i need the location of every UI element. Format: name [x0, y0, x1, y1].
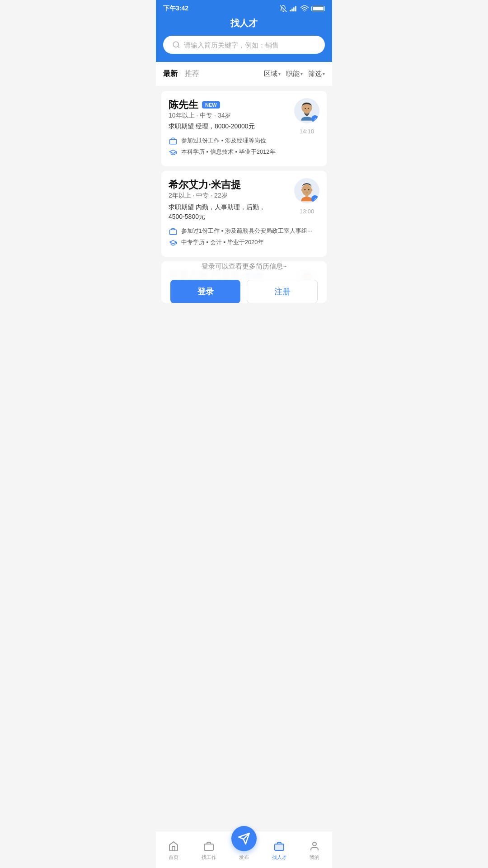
new-badge-1: NEW	[202, 101, 220, 108]
signal-icon	[290, 5, 298, 12]
publish-button[interactable]	[231, 826, 257, 851]
tab-recommended[interactable]: 推荐	[185, 67, 206, 80]
search-input[interactable]	[184, 41, 316, 49]
filter-region[interactable]: 区域 ▾	[264, 70, 281, 78]
status-icons	[280, 5, 325, 12]
svg-point-15	[302, 184, 312, 196]
chevron-down-icon: ▾	[300, 71, 303, 76]
register-button[interactable]: 注册	[247, 280, 318, 303]
candidate-meta-2: 2年以上 · 中专 · 22岁	[169, 192, 277, 200]
battery-fill	[313, 7, 324, 10]
male-icon-2: ♂	[311, 195, 319, 203]
candidate-name-1: 陈先生	[169, 98, 198, 112]
overlay-buttons: 登录 注册	[170, 280, 318, 303]
battery-indicator	[311, 6, 325, 11]
svg-point-9	[303, 105, 311, 114]
male-icon-1: ♂	[311, 115, 319, 123]
svg-point-30	[313, 842, 316, 846]
overlay-subtitle: 登录可以查看更多简历信息~	[202, 262, 287, 271]
graduation-icon-1	[169, 148, 178, 157]
candidate-card-3: 阿曼古丽·阿吾提 NEW 1年以上 · 中专 · 25岁	[161, 261, 327, 303]
work-detail-2: 参加过1份工作 ▪ 涉及疏勒县公安局政工室人事组···	[169, 227, 319, 236]
candidate-name-2: 希尔艾力·米吉提	[169, 178, 241, 192]
page-title: 找人才	[163, 17, 325, 29]
header: 找人才	[156, 15, 332, 62]
nav-profile-label: 我的	[310, 854, 319, 861]
home-icon	[168, 840, 179, 852]
nav-home-label: 首页	[169, 854, 178, 861]
svg-point-20	[311, 189, 312, 191]
briefcase-nav-icon	[203, 840, 215, 852]
work-detail-1: 参加过1份工作 ▪ 涉及经理等岗位	[169, 137, 319, 146]
nav-publish[interactable]: 发布	[226, 835, 262, 861]
svg-rect-2	[291, 9, 293, 11]
login-overlay: 注册企业会员，海量简历任你选 登录可以查看更多简历信息~ 登录 注册 客服服务热…	[161, 261, 327, 303]
graduation-icon-2	[169, 238, 178, 247]
svg-rect-29	[275, 844, 284, 850]
cards-container: 陈先生 NEW 10年以上 · 中专 · 34岁 求职期望 经理，8000-20…	[156, 86, 332, 307]
nav-find-talent-label: 找人才	[272, 854, 287, 861]
status-time: 下午3:42	[163, 5, 188, 13]
candidate-expect-2: 求职期望 内勤，人事助理，后勤，4500-5800元	[169, 203, 277, 222]
svg-rect-13	[170, 139, 177, 144]
svg-point-18	[306, 191, 308, 192]
candidate-meta-1: 10年以上 · 中专 · 34岁	[169, 112, 255, 120]
wifi-icon	[300, 5, 309, 12]
filter-right: 区域 ▾ 职能 ▾ 筛选 ▾	[264, 70, 325, 78]
user-icon	[309, 840, 320, 852]
candidate-time-2: 13:00	[300, 208, 314, 215]
briefcase-icon-1	[169, 137, 178, 146]
svg-rect-4	[295, 6, 296, 12]
svg-point-11	[308, 108, 309, 109]
filter-screen[interactable]: 筛选 ▾	[308, 70, 325, 78]
filter-function[interactable]: 职能 ▾	[286, 70, 303, 78]
nav-home[interactable]: 首页	[156, 840, 191, 861]
edu-detail-1: 本科学历 ▪ 信息技术 ▪ 毕业于2012年	[169, 148, 319, 157]
briefcase-icon-2	[169, 227, 178, 236]
candidate-card-1[interactable]: 陈先生 NEW 10年以上 · 中专 · 34岁 求职期望 经理，8000-20…	[161, 91, 327, 166]
svg-rect-26	[204, 844, 213, 850]
candidate-time-1: 14:10	[300, 128, 314, 135]
bell-muted-icon	[280, 5, 287, 12]
candidate-expect-1: 求职期望 经理，8000-20000元	[169, 123, 255, 131]
svg-rect-21	[170, 230, 177, 235]
candidate-card-2[interactable]: 希尔艾力·米吉提 2年以上 · 中专 · 22岁 求职期望 内勤，人事助理，后勤…	[161, 171, 327, 257]
nav-publish-label: 发布	[239, 854, 249, 861]
svg-point-12	[306, 110, 308, 111]
nav-find-job-label: 找工作	[202, 854, 216, 861]
nav-find-job[interactable]: 找工作	[191, 840, 226, 861]
svg-line-0	[280, 5, 287, 12]
svg-point-16	[304, 189, 305, 190]
candidate-avatar-2: ♂	[294, 178, 319, 203]
candidate-avatar-1: ♂	[294, 98, 319, 123]
filter-tabs: 最新 推荐 区域 ▾ 职能 ▾ 筛选 ▾	[156, 62, 332, 86]
chevron-down-icon: ▾	[323, 71, 325, 76]
chevron-down-icon: ▾	[278, 71, 281, 76]
svg-point-6	[173, 42, 178, 47]
edu-detail-2: 中专学历 ▪ 会计 ▪ 毕业于2020年	[169, 238, 319, 247]
talent-briefcase-icon	[273, 840, 285, 852]
svg-point-5	[304, 11, 305, 12]
svg-rect-3	[293, 7, 295, 11]
search-bar[interactable]	[163, 36, 325, 54]
status-bar: 下午3:42	[156, 0, 332, 15]
svg-rect-1	[290, 10, 291, 12]
svg-point-19	[301, 189, 303, 191]
tab-latest[interactable]: 最新	[163, 67, 185, 80]
svg-point-10	[305, 108, 306, 109]
search-icon	[172, 41, 180, 49]
nav-find-talent[interactable]: 找人才	[262, 840, 297, 861]
login-button[interactable]: 登录	[170, 280, 240, 303]
bottom-nav: 首页 找工作 发布 找人才	[156, 831, 332, 868]
nav-profile[interactable]: 我的	[297, 840, 332, 861]
svg-point-17	[308, 189, 310, 190]
